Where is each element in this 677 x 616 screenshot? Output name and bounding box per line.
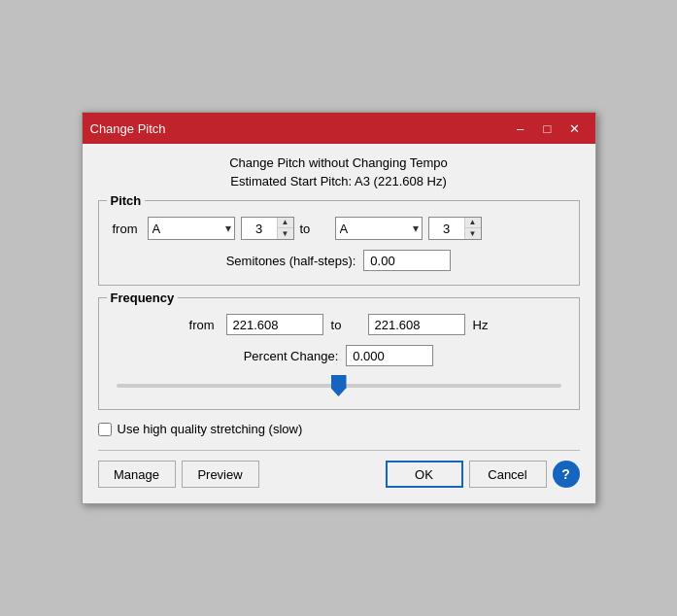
dialog-content: Change Pitch without Changing Tempo Esti…	[83, 144, 595, 503]
freq-to-label: to	[331, 318, 360, 332]
frequency-group-label: Frequency	[107, 291, 179, 305]
to-note-select-wrapper: A A#/Bb B C C#/Db D D#/Eb E F F#/Gb G G#…	[335, 217, 423, 240]
freq-from-label: from	[189, 318, 219, 332]
from-octave-up[interactable]: ▲	[278, 218, 293, 228]
freq-to-input[interactable]	[368, 314, 465, 335]
semitones-row: Semitones (half-steps):	[113, 250, 565, 271]
semitones-label: Semitones (half-steps):	[226, 254, 356, 268]
to-octave-btns: ▲ ▼	[464, 218, 481, 239]
help-button[interactable]: ?	[553, 461, 580, 488]
to-octave-spinner: ▲ ▼	[428, 217, 482, 240]
to-octave-up[interactable]: ▲	[465, 218, 481, 228]
close-button[interactable]: ✕	[562, 119, 588, 138]
preview-button[interactable]: Preview	[182, 461, 259, 488]
freq-from-input[interactable]	[226, 314, 323, 335]
manage-button[interactable]: Manage	[98, 461, 176, 488]
pitch-row: from A A#/Bb B C C#/Db D D#/Eb E F F#/Gb…	[113, 217, 565, 240]
frequency-group: Frequency from to Hz Percent Change:	[98, 297, 580, 410]
pitch-group: Pitch from A A#/Bb B C C#/Db D D#/Eb E F…	[98, 200, 580, 286]
change-pitch-dialog: Change Pitch – □ ✕ Change Pitch without …	[82, 112, 596, 504]
to-note-select[interactable]: A A#/Bb B C C#/Db D D#/Eb E F F#/Gb G G#…	[335, 217, 423, 240]
divider	[98, 450, 580, 451]
to-octave-down[interactable]: ▼	[465, 228, 481, 239]
window-title: Change Pitch	[90, 121, 166, 136]
quality-label: Use high quality stretching (slow)	[118, 422, 303, 436]
slider-container	[113, 376, 565, 395]
quality-checkbox-row: Use high quality stretching (slow)	[98, 422, 580, 436]
quality-checkbox[interactable]	[98, 423, 112, 436]
button-row: Manage Preview OK Cancel ?	[98, 461, 580, 492]
slider-thumb[interactable]	[331, 375, 347, 396]
pitch-group-label: Pitch	[107, 193, 146, 208]
from-octave-down[interactable]: ▼	[278, 228, 293, 239]
frequency-row: from to Hz	[113, 314, 565, 335]
from-octave-btns: ▲ ▼	[277, 218, 293, 239]
btn-group-left: Manage Preview	[98, 461, 259, 488]
cancel-button[interactable]: Cancel	[469, 461, 547, 488]
btn-group-right: OK Cancel ?	[386, 461, 580, 488]
main-header: Change Pitch without Changing Tempo	[98, 155, 580, 170]
ok-button[interactable]: OK	[386, 461, 463, 488]
window-controls: – □ ✕	[508, 119, 588, 138]
from-note-select-wrapper: A A#/Bb B C C#/Db D D#/Eb E F F#/Gb G G#…	[148, 217, 235, 240]
semitones-input[interactable]	[363, 250, 451, 271]
from-octave-input[interactable]	[242, 218, 277, 239]
title-bar: Change Pitch – □ ✕	[83, 113, 595, 144]
maximize-button[interactable]: □	[535, 119, 560, 138]
pitch-from-label: from	[113, 222, 142, 236]
percent-row: Percent Change:	[113, 345, 565, 366]
percent-label: Percent Change:	[244, 349, 339, 363]
from-octave-spinner: ▲ ▼	[241, 217, 294, 240]
to-octave-input[interactable]	[429, 218, 464, 239]
pitch-to-label: to	[300, 222, 329, 236]
from-note-select[interactable]: A A#/Bb B C C#/Db D D#/Eb E F F#/Gb G G#…	[148, 217, 235, 240]
slider-track	[117, 376, 561, 395]
percent-input[interactable]	[346, 345, 433, 366]
minimize-button[interactable]: –	[508, 119, 533, 138]
subtitle: Estimated Start Pitch: A3 (221.608 Hz)	[98, 174, 580, 188]
hz-label: Hz	[473, 318, 489, 332]
